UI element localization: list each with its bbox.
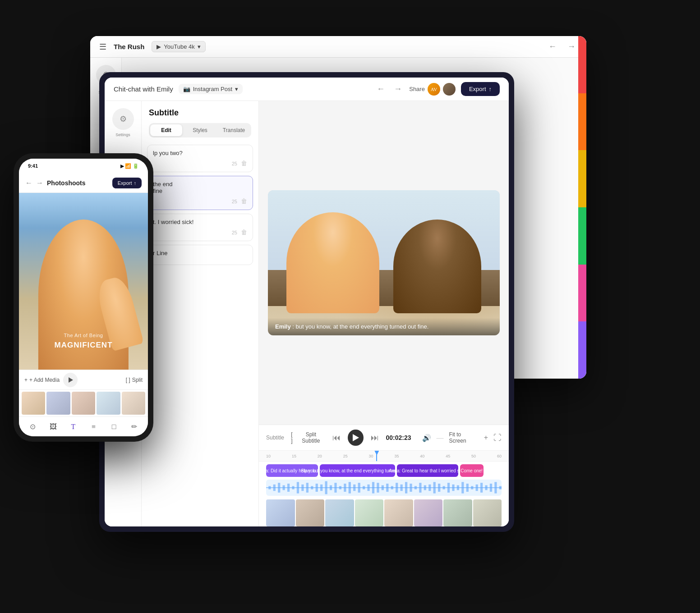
color-strips	[578, 58, 586, 379]
tool-icon-photo[interactable]: 🖼	[46, 420, 60, 434]
film-thumb-5[interactable]	[122, 392, 145, 415]
phone-play-button[interactable]	[63, 373, 78, 387]
svg-rect-7	[301, 485, 304, 491]
phone-export-label: Export	[118, 180, 132, 186]
laptop-forward-button[interactable]: →	[566, 42, 577, 51]
svg-rect-9	[311, 486, 313, 489]
svg-rect-6	[297, 482, 299, 493]
phone-video-area[interactable]: The Art of Being MAGNIFICENT	[19, 193, 148, 370]
subtitle-text-2[interactable]: the end fine	[153, 181, 247, 194]
split-subtitle-button[interactable]: [ ] Split Subtitle	[290, 431, 325, 444]
caption-text: : but you know, at the end everything tu…	[291, 323, 429, 330]
tab-edit[interactable]: Edit	[150, 124, 182, 136]
timeline: Subtitle [ ] Split Subtitle ⏮ ⏭ 00:02:23	[259, 425, 509, 526]
ruler-35: 35	[394, 454, 399, 458]
phone-filmstrip	[19, 389, 148, 416]
export-label: Export	[469, 86, 486, 92]
fullscreen-button[interactable]: ⛶	[493, 433, 502, 443]
svg-rect-45	[480, 483, 483, 493]
subtitle-footer-1: 25 🗑	[153, 160, 247, 167]
avatar-photo	[443, 83, 456, 96]
svg-rect-13	[330, 485, 332, 490]
svg-rect-23	[377, 483, 379, 493]
strip-green	[578, 207, 586, 265]
phone-forward-button[interactable]: →	[36, 179, 43, 187]
laptop-topbar: ☰ The Rush ▶ YouTube 4k ▾ ← →	[90, 36, 586, 58]
ruler-40: 40	[420, 454, 424, 458]
delete-icon-2[interactable]: 🗑	[241, 198, 247, 205]
split-brackets-icon: [ ]	[290, 431, 294, 444]
menu-icon[interactable]: ☰	[99, 42, 106, 52]
svg-rect-32	[419, 483, 421, 493]
add-media-button[interactable]: + + Add Media	[24, 377, 60, 383]
volume-icon[interactable]: 🔊	[422, 434, 431, 442]
preset-selector[interactable]: ▶ YouTube 4k ▾	[152, 41, 205, 52]
delete-icon-3[interactable]: 🗑	[241, 229, 247, 236]
svg-rect-30	[410, 484, 412, 492]
svg-rect-25	[386, 484, 388, 492]
subtitle-text-3[interactable]: t. I worried sick!	[153, 219, 247, 225]
phone-back-button[interactable]: ←	[25, 179, 32, 187]
edit-panel: Subtitle Edit Styles Translate lp you tw…	[142, 101, 259, 526]
tab-translate[interactable]: Translate	[218, 124, 250, 136]
film-thumb-3[interactable]	[72, 392, 95, 415]
svg-rect-48	[494, 482, 497, 493]
thumb-3	[325, 499, 354, 526]
phone-topbar: ← → Photoshoots Export ↑	[19, 173, 148, 193]
subtitle-item-2: the end fine 25 🗑	[147, 176, 253, 210]
timeline-ruler: 10 15 20 25 30 35 40 45 50 60	[259, 451, 509, 462]
svg-rect-43	[471, 486, 473, 489]
tool-icon-list[interactable]: ≡	[87, 420, 101, 434]
svg-rect-3	[283, 485, 285, 490]
film-thumb-4[interactable]	[97, 392, 120, 415]
export-icon: ↑	[489, 86, 492, 92]
track-pill-2[interactable]: Stan: but you know, at the end everythin…	[320, 464, 395, 477]
phone-caption-main: MAGNIFICENT	[19, 341, 148, 350]
subtitle-text-4[interactable]: r Line	[153, 250, 247, 256]
tablet-back-button[interactable]: ←	[375, 84, 387, 94]
delete-icon-1[interactable]: 🗑	[241, 160, 247, 167]
svg-rect-34	[428, 485, 431, 491]
track-pill-3[interactable]: Anna: Great to hear that I worried sick!	[397, 464, 458, 477]
platform-chevron-icon: ▾	[235, 86, 238, 92]
share-button[interactable]: Share	[409, 86, 425, 92]
tool-icon-media[interactable]: ⊙	[26, 420, 40, 434]
share-area: Share AV	[409, 83, 456, 96]
tab-styles[interactable]: Styles	[184, 124, 216, 136]
video-player[interactable]: Emily : but you know, at the end everyth…	[268, 190, 500, 335]
subtitle-text-1[interactable]: lp you two?	[153, 150, 247, 156]
tool-icon-text[interactable]: T	[66, 420, 81, 434]
film-thumb-1[interactable]	[22, 392, 45, 415]
subtitle-item-4: r Line	[147, 245, 253, 265]
svg-rect-41	[461, 482, 464, 493]
playhead[interactable]	[376, 451, 377, 461]
platform-selector[interactable]: 📷 Instagram Post ▾	[179, 84, 243, 94]
track-pill-4[interactable]: Come one!	[460, 464, 484, 477]
fit-to-screen-label: Fit to Screen	[449, 431, 479, 444]
svg-rect-12	[325, 481, 327, 494]
person-right	[393, 220, 481, 314]
svg-rect-11	[320, 485, 322, 491]
tool-icon-draw[interactable]: ✏	[127, 420, 142, 434]
tool-icon-sticker[interactable]: □	[107, 420, 121, 434]
svg-rect-49	[499, 486, 502, 489]
phone-export-button[interactable]: Export ↑	[112, 178, 142, 188]
platform-label: Instagram Post	[193, 86, 232, 92]
laptop-back-button[interactable]: ←	[547, 42, 558, 51]
zoom-out-button[interactable]: +	[484, 434, 488, 442]
tablet-body: ⚙ Settings Subtitle Edit Styles Translat…	[105, 101, 509, 526]
svg-rect-0	[268, 486, 271, 489]
video-caption: Emily : but you know, at the end everyth…	[268, 318, 500, 335]
timeline-back-button[interactable]: ⏮	[331, 433, 342, 443]
svg-rect-37	[443, 486, 445, 489]
subtitle-list: lp you two? 25 🗑 the end fine 25 🗑	[142, 141, 258, 526]
tablet-forward-button[interactable]: →	[392, 84, 404, 94]
export-button[interactable]: Export ↑	[461, 82, 500, 96]
tablet-settings-icon[interactable]: ⚙	[112, 108, 134, 130]
phone-bottom-bar: + + Add Media [ ] Split	[19, 370, 148, 389]
play-button[interactable]	[348, 430, 363, 446]
timeline-forward-button[interactable]: ⏭	[369, 433, 381, 443]
film-thumb-2[interactable]	[46, 392, 70, 415]
phone-split-button[interactable]: [ ] Split	[126, 377, 143, 383]
ruler-60: 60	[497, 454, 502, 458]
